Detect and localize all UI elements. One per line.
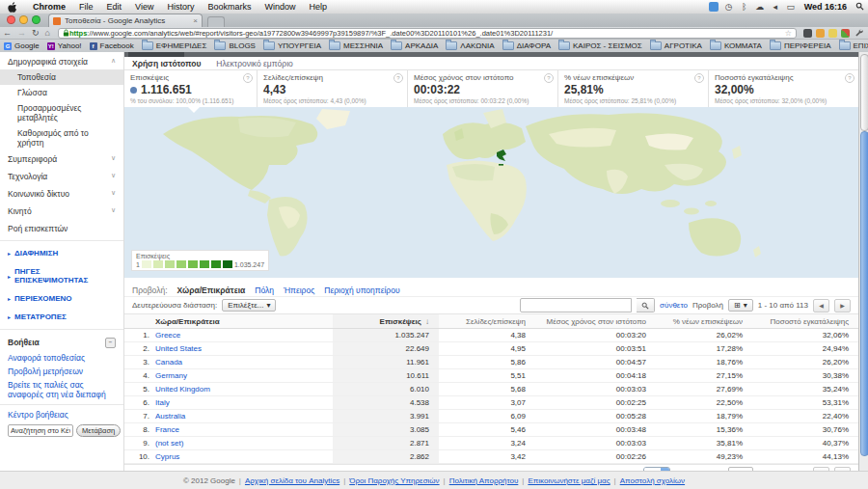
bookmark-folder-blogs[interactable]: BLOGS — [214, 41, 256, 50]
back-button[interactable]: ← — [3, 28, 12, 38]
country-link[interactable]: Italy — [155, 398, 333, 407]
advanced-filter-link[interactable]: σύνθετο — [660, 301, 688, 310]
country-link[interactable]: Cyprus — [155, 452, 333, 461]
sidebar-section-content[interactable]: ▸ ΠΕΡΙΕΧΟΜΕΝΟ — [0, 289, 123, 308]
footer-link-contact[interactable]: Επικοινωνήστε μαζί μας — [528, 476, 610, 485]
sidebar-item-custom-variables[interactable]: Προσαρμοσμένες μεταβλητές — [0, 100, 123, 125]
extension-icon-1[interactable] — [803, 29, 812, 38]
close-window-button[interactable] — [7, 15, 15, 24]
menu-window[interactable]: Window — [258, 2, 302, 12]
reload-button[interactable]: ↻ — [32, 28, 40, 38]
menu-help[interactable]: Help — [302, 2, 334, 12]
prev-page-button[interactable]: ◀ — [813, 299, 829, 312]
app-status-icon[interactable] — [709, 2, 719, 12]
tab-site-usage[interactable]: Χρήση ιστότοπου — [132, 59, 201, 68]
wrench-menu-icon[interactable] — [854, 28, 863, 39]
help-question-icon[interactable]: ? — [393, 73, 403, 83]
sidebar-item-user-defined[interactable]: Καθορισμός από το χρήστη — [0, 125, 123, 150]
home-button[interactable]: ⌂ — [45, 28, 50, 38]
country-link[interactable]: (not set) — [155, 439, 333, 448]
sidebar-section-advertising[interactable]: ▸ ΔΙΑΦΗΜΙΣΗ — [0, 244, 123, 262]
forward-button[interactable]: → — [17, 28, 26, 38]
sidebar-group-technology[interactable]: Τεχνολογία ∨ — [0, 168, 123, 185]
metric-card-bounce-rate[interactable]: Ποσοστό εγκατάλειψης 32,00% Μέσος όρος ι… — [709, 70, 858, 107]
apple-icon[interactable] — [8, 2, 16, 13]
bookmark-star-icon[interactable]: ☆ — [785, 29, 792, 38]
geo-map[interactable]: Επισκέψεις 1 1.035.247 — [124, 107, 858, 278]
sidebar-section-traffic-sources[interactable]: ▸ ΠΗΓΕΣ ΕΠΙΣΚΕΨΙΜΟΤΗΤΑΣ — [0, 262, 123, 289]
country-link[interactable]: Germany — [155, 371, 333, 380]
bookmark-folder-various[interactable]: ΔΙΑΦΟΡΑ — [502, 41, 551, 50]
sidebar-item-language[interactable]: Γλώσσα — [0, 85, 123, 100]
country-link[interactable]: France — [155, 425, 333, 434]
bookmark-folder-weather[interactable]: ΚΑΙΡΟΣ - ΣΕΙΣΜΟΣ — [558, 41, 642, 50]
help-center-link[interactable]: Κέντρο βοήθειας — [0, 408, 123, 421]
browser-tab[interactable]: Τοποθεσία - Google Analytics × — [48, 14, 203, 27]
bookmark-folder-lakonia[interactable]: ΛΑΚΩΝΙΑ — [446, 41, 494, 50]
scrollbar-thumb[interactable] — [860, 131, 868, 456]
help-link-old-reports[interactable]: Βρείτε τις παλιές σας αναφορές στη νέα δ… — [0, 378, 123, 401]
column-pages-per-visit[interactable]: Σελίδες/επίσκεψη — [439, 317, 535, 326]
new-tab-button[interactable] — [207, 16, 225, 27]
footer-link-privacy[interactable]: Πολιτική Απορρήτου — [449, 476, 519, 485]
column-country[interactable]: Χώρα/Επικράτεια — [155, 317, 333, 326]
view-tab-country[interactable]: Χώρα/Επικράτεια — [177, 285, 246, 295]
sidebar-group-mobile[interactable]: Κινητό ∨ — [0, 203, 123, 220]
extension-icon-3[interactable] — [828, 29, 837, 38]
menu-file[interactable]: File — [72, 2, 100, 12]
menubar-clock[interactable]: Wed 16:16 — [804, 2, 847, 12]
country-link[interactable]: Greece — [155, 331, 333, 340]
help-search-go-button[interactable]: Μετάβαση — [76, 424, 121, 437]
bookmark-google[interactable]: GGoogle — [4, 41, 40, 50]
extension-icon-2[interactable] — [816, 29, 825, 38]
sidebar-group-social[interactable]: Κοινωνικό δίκτυο ∨ — [0, 185, 123, 203]
volume-icon[interactable]: ◂ — [771, 2, 780, 12]
footer-link-analytics-home[interactable]: Αρχική σελίδα του Analytics — [245, 476, 339, 485]
column-visits[interactable]: Επισκέψεις↓ — [333, 314, 439, 328]
help-question-icon[interactable]: ? — [243, 73, 253, 83]
sidebar-section-conversions[interactable]: ▸ ΜΕΤΑΤΡΟΠΕΣ — [0, 308, 123, 326]
bookmark-folder-agricultural[interactable]: ΑΓΡΟΤΙΚΑ — [650, 41, 702, 50]
extension-icon-4[interactable] — [841, 29, 850, 38]
menu-history[interactable]: History — [160, 2, 201, 12]
country-link[interactable]: Australia — [155, 412, 333, 421]
column-new-visits[interactable]: % νέων επισκέψεων — [656, 317, 752, 326]
view-tab-city[interactable]: Πόλη — [255, 285, 274, 295]
view-tab-subcontinent[interactable]: Περιοχή υποηπείρου — [324, 285, 399, 295]
country-link[interactable]: Canada — [155, 358, 333, 367]
table-view-dropdown[interactable]: ⊞ ▾ — [728, 299, 753, 312]
column-avg-time[interactable]: Μέσος χρόνος στον ιστότοπο — [535, 317, 656, 326]
sidebar-group-demographics[interactable]: Δημογραφικά στοιχεία ∧ — [0, 52, 123, 69]
menu-chrome[interactable]: Chrome — [26, 2, 72, 12]
table-search-button[interactable] — [637, 298, 655, 312]
metric-card-new-visits[interactable]: % νέων επισκέψεων 25,81% Μέσος όρος ιστό… — [558, 70, 709, 107]
country-link[interactable]: United States — [155, 344, 333, 353]
bookmark-folder-region[interactable]: ΠΕΡΙΦΕΡΕΙΑ — [770, 41, 831, 50]
bluetooth-icon[interactable]: ᛒ — [740, 2, 749, 12]
menu-edit[interactable]: Edit — [100, 2, 129, 12]
time-machine-icon[interactable]: ◷ — [724, 2, 734, 12]
spotlight-icon[interactable] — [855, 2, 865, 12]
bookmark-folder-businesses[interactable]: ΕΠΙΧΕΙΡΗΣΕΙΣ — [839, 41, 868, 50]
metric-card-visits[interactable]: Επισκέψεις 1.116.651 % του συνόλου: 100,… — [124, 70, 258, 107]
footer-link-feedback[interactable]: Αποστολή σχολίων — [620, 476, 685, 485]
metric-card-pages-per-visit[interactable]: Σελίδες/επίσκεψη 4,43 Μέσος όρος ιστότοπ… — [258, 70, 408, 107]
battery-icon[interactable]: ▭ — [786, 2, 796, 12]
metric-card-avg-time[interactable]: Μέσος χρόνος στον ιστότοπο 00:03:22 Μέσο… — [408, 70, 558, 107]
menu-bookmarks[interactable]: Bookmarks — [201, 2, 258, 12]
bookmark-folder-messinia[interactable]: ΜΕΣΣΗΝΙΑ — [329, 41, 383, 50]
tab-close-icon[interactable]: × — [193, 16, 198, 25]
help-search-input[interactable] — [8, 424, 73, 437]
bookmark-yahoo[interactable]: Y!Yahoo! — [47, 41, 82, 50]
bookmark-folder-ministries[interactable]: ΥΠΟΥΡΓΕΙΑ — [263, 41, 321, 50]
bookmark-folder-newspapers[interactable]: ΕΦΗΜΕΡΙΔΕΣ — [142, 41, 207, 50]
next-page-button[interactable]: ▶ — [834, 299, 851, 312]
wifi-icon[interactable]: ☁ — [755, 2, 765, 12]
help-question-icon[interactable]: ? — [544, 73, 554, 83]
help-link-location-report[interactable]: Αναφορά τοποθεσίας — [0, 351, 123, 365]
sidebar-item-visitors-flow[interactable]: Ροή επισκεπτών — [0, 220, 123, 237]
help-question-icon[interactable]: ? — [694, 73, 704, 83]
footer-link-terms[interactable]: Όροι Παροχής Υπηρεσιών — [349, 476, 439, 485]
help-question-icon[interactable]: ? — [845, 73, 854, 83]
page-scrollbar[interactable] — [858, 52, 868, 471]
